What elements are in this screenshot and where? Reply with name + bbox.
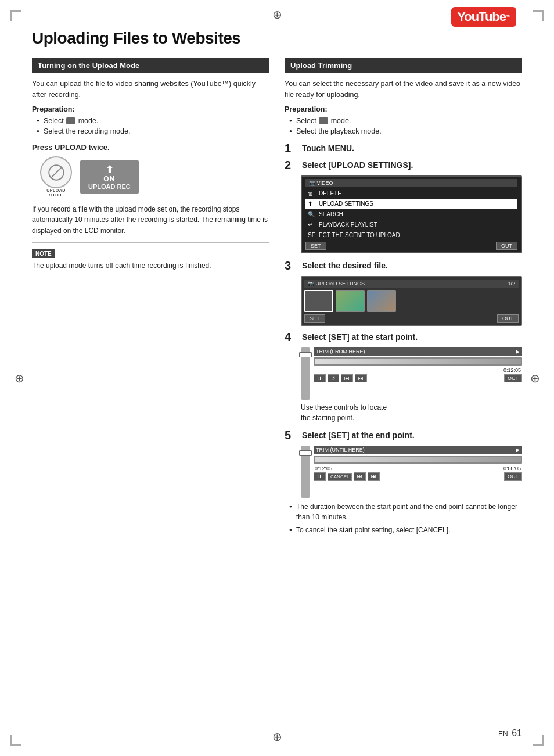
press-upload-label: Press UPLOAD twice. — [32, 143, 269, 152]
youtube-you: You — [457, 9, 479, 24]
youtube-tm: ™ — [506, 14, 510, 20]
right-intro-text: You can select the necessary part of the… — [285, 78, 522, 101]
step-3-row: 3 Select the desired file. — [285, 259, 522, 271]
list-item: Select mode. — [289, 116, 522, 127]
left-preparation-list: Select mode. Select the recording mode. — [32, 116, 269, 138]
trim-until-arrow: ▶ — [516, 447, 520, 453]
step-4-row: 4 Select [SET] at the start point. — [285, 331, 522, 343]
file-thumb-2 — [336, 290, 365, 312]
slash-circle-svg — [48, 164, 65, 181]
screen-row-search: 🔍 SEARCH — [305, 209, 517, 220]
screen-row-label: SELECT THE SCENE TO UPLOAD — [308, 231, 400, 239]
trim-start-time: 0:12:05 — [315, 465, 332, 471]
step-2-number: 2 — [285, 159, 297, 171]
upload-arrow-icon: ⬆ — [106, 164, 113, 174]
right-preparation-label: Preparation: — [285, 105, 522, 113]
file-screen-title: 📷 UPLOAD SETTINGS — [308, 281, 365, 286]
right-column: Upload Trimming You can select the neces… — [285, 58, 522, 539]
upload-desc-text: If you record a file with the upload mod… — [32, 204, 269, 237]
file-select-mockup: 📷 UPLOAD SETTINGS 1/2 SET OUT — [301, 276, 522, 326]
file-screen-count: 1/2 — [508, 281, 515, 286]
trim-controls-1: ⏸ ↺ ⏮ ⏭ OUT — [314, 374, 522, 382]
trim-rew-btn: ⏮ — [341, 374, 353, 382]
list-item: Select the recording mode. — [37, 126, 269, 137]
note-box: NOTE The upload mode turns off each time… — [32, 249, 269, 271]
trim-until-slider — [301, 446, 310, 498]
trim-from-content: TRIM (FROM HERE) ▶ 0:12:05 ⏸ ↺ ⏮ ⏭ OUT — [314, 347, 522, 382]
list-item: Select mode. — [37, 116, 269, 127]
corner-mark-tl — [10, 10, 21, 21]
trim-until-bar: TRIM (UNTIL HERE) ▶ — [314, 446, 522, 454]
screen-btn-row: SET OUT — [305, 242, 517, 250]
left-column: Turning on the Upload Mode You can uploa… — [32, 58, 269, 539]
compass-top — [271, 8, 283, 21]
trim-until-content: TRIM (UNTIL HERE) ▶ 0:12:05 0:08:05 ⏸ CA… — [314, 446, 522, 481]
trim-from-arrow: ▶ — [516, 349, 520, 354]
svg-line-1 — [51, 167, 62, 178]
step-3-label: Select the desired file. — [302, 259, 388, 271]
trim-slider — [301, 347, 310, 400]
screen-row-label: UPLOAD SETTINGS — [319, 200, 373, 208]
trim-from-container: TRIM (FROM HERE) ▶ 0:12:05 ⏸ ↺ ⏮ ⏭ OUT — [301, 347, 522, 400]
trim-until-label: TRIM (UNTIL HERE) — [316, 447, 365, 453]
right-section-header: Upload Trimming — [285, 58, 522, 73]
file-thumb-1 — [304, 290, 333, 312]
file-screen-out-btn: OUT — [497, 314, 519, 323]
compass-bottom — [271, 730, 283, 743]
trim-rew-btn-2: ⏮ — [354, 472, 366, 481]
step-5-label: Select [SET] at the end point. — [302, 429, 415, 440]
left-section-header: Turning on the Upload Mode — [32, 58, 269, 73]
use-controls-text: Use these controls to locate the startin… — [301, 402, 522, 423]
screen-row-delete: 🗑 DELETE — [305, 188, 517, 199]
upload-icons-row: UPLOAD/TITLE ⬆ ON UPLOAD REC — [40, 156, 269, 198]
file-screen-btn-row: SET OUT — [304, 314, 519, 323]
screen-row-playlist: ↩ PLAYBACK PLAYLIST — [305, 220, 517, 230]
file-thumb-3 — [367, 290, 396, 312]
playlist-icon: ↩ — [308, 221, 316, 229]
page-number-value: 61 — [512, 728, 522, 738]
upload-title-label: UPLOAD/TITLE — [46, 188, 66, 198]
screen-title-bar: 📷 VIDEO — [305, 179, 517, 187]
corner-mark-tr — [533, 10, 544, 21]
compass-right — [528, 372, 541, 385]
step-4-number: 4 — [285, 331, 297, 343]
trim-until-container: TRIM (UNTIL HERE) ▶ 0:12:05 0:08:05 ⏸ CA… — [301, 446, 522, 498]
trim-track-fill-1 — [315, 359, 521, 364]
compass-left — [13, 372, 26, 385]
left-intro-text: You can upload the file to video sharing… — [32, 78, 269, 101]
step-3-number: 3 — [285, 260, 297, 271]
trim-out-btn-1: OUT — [504, 374, 522, 382]
upload-on-label: ON — [88, 175, 131, 183]
trim-track-1 — [314, 357, 522, 366]
menu-screen-mockup: 📷 VIDEO 🗑 DELETE ⬆ UPLOAD SETTINGS 🔍 SEA… — [301, 175, 522, 253]
left-preparation-label: Preparation: — [32, 105, 269, 113]
trim-set-btn-1: ↺ — [328, 374, 339, 382]
trim-timecodes-2: 0:12:05 0:08:05 — [314, 465, 522, 471]
trim-end-time: 0:08:05 — [503, 465, 521, 471]
list-item: Select the playback mode. — [289, 126, 522, 137]
step-4-label: Select [SET] at the start point. — [302, 331, 418, 342]
step-1-row: 1 Touch MENU. — [285, 142, 522, 154]
screen-out-btn: OUT — [496, 242, 517, 250]
trim-controls-2: ⏸ CANCEL ⏮ ⏭ OUT — [314, 472, 522, 481]
upload-title-icon-group: UPLOAD/TITLE — [40, 156, 72, 198]
page-number: EN 61 — [498, 728, 522, 739]
trim-slider-thumb — [299, 352, 312, 357]
right-preparation-list: Select mode. Select the playback mode. — [285, 116, 522, 138]
page-number-prefix: EN — [498, 730, 508, 738]
trim-cancel-btn: CANCEL — [328, 473, 352, 481]
step-5-number: 5 — [285, 429, 297, 441]
screen-row-upload-settings: ⬆ UPLOAD SETTINGS — [305, 199, 517, 209]
search-icon: 🔍 — [308, 210, 316, 218]
trim-fwd-btn: ⏭ — [355, 374, 367, 382]
trim-fwd-btn-2: ⏭ — [368, 472, 380, 481]
trim-track-fill-2 — [315, 457, 521, 462]
delete-icon: 🗑 — [308, 189, 316, 198]
step-5-bullet-1: The duration between the start point and… — [289, 501, 522, 522]
screen-row-label: SEARCH — [319, 210, 343, 218]
trim-track-2 — [314, 456, 522, 464]
youtube-logo: YouTube™ — [451, 7, 516, 27]
corner-mark-br — [533, 735, 544, 746]
trim-from-label: TRIM (FROM HERE) — [316, 349, 365, 354]
step-2-row: 2 Select [UPLOAD SETTINGS]. — [285, 159, 522, 171]
